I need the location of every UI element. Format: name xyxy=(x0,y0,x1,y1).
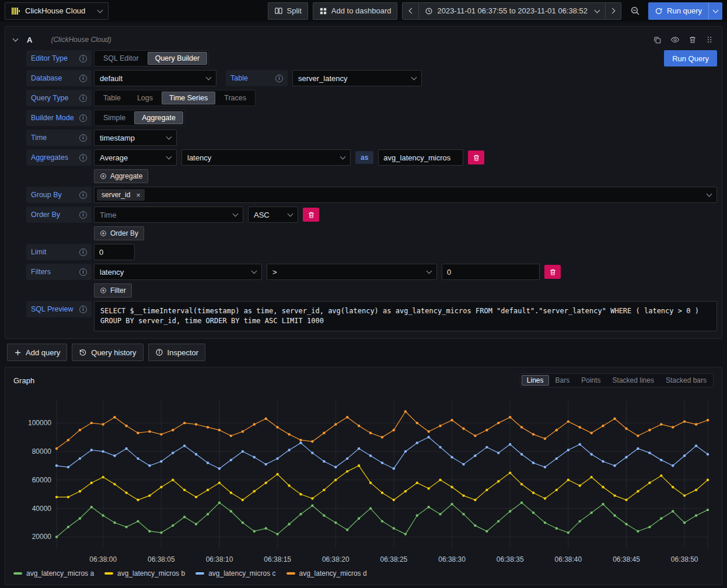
database-label: Database xyxy=(26,70,92,86)
query-history-button[interactable]: Query history xyxy=(72,344,143,361)
add-order-by-button[interactable]: Order By xyxy=(94,226,144,240)
limit-input[interactable] xyxy=(94,244,135,260)
option-table[interactable]: Table xyxy=(96,92,128,104)
row-filters: Filters latency > xyxy=(26,264,717,280)
chevron-down-icon xyxy=(288,211,293,217)
inspector-button[interactable]: Inspector xyxy=(148,344,205,361)
run-query-editor-button[interactable]: Run Query xyxy=(664,50,717,66)
filter-operator-select[interactable]: > xyxy=(267,264,437,280)
order-direction-value: ASC xyxy=(254,211,270,219)
order-by-column-select[interactable]: Time xyxy=(94,206,243,223)
info-icon[interactable] xyxy=(79,211,87,219)
drag-handle-icon[interactable] xyxy=(705,36,714,44)
group-by-multiselect[interactable]: server_id × xyxy=(94,187,717,203)
info-icon[interactable] xyxy=(79,154,87,162)
style-stacked-lines[interactable]: Stacked lines xyxy=(607,375,659,386)
chart-legend: avg_latency_micros aavg_latency_micros b… xyxy=(10,568,717,579)
duplicate-query-icon[interactable] xyxy=(653,36,662,44)
info-icon[interactable] xyxy=(79,191,87,199)
limit-label-text: Limit xyxy=(31,248,46,256)
aggregate-alias-input[interactable] xyxy=(378,149,463,166)
style-points[interactable]: Points xyxy=(576,375,606,386)
style-bars[interactable]: Bars xyxy=(550,375,575,386)
group-by-tag[interactable]: server_id × xyxy=(97,189,145,201)
legend-item[interactable]: avg_latency_micros a xyxy=(13,569,94,578)
info-icon[interactable] xyxy=(79,75,87,82)
explore-toolbar: ClickHouse Cloud Split Add to dashboard … xyxy=(0,0,727,22)
add-to-dashboard-button[interactable]: Add to dashboard xyxy=(313,2,398,20)
chevron-right-icon xyxy=(610,8,616,14)
legend-item[interactable]: avg_latency_micros b xyxy=(104,569,185,578)
sync-icon xyxy=(655,7,663,15)
add-aggregate-label: Aggregate xyxy=(110,172,142,180)
remove-order-by-button[interactable] xyxy=(303,208,319,222)
table-label: Table xyxy=(226,70,288,86)
style-lines[interactable]: Lines xyxy=(522,375,549,386)
add-aggregate-button[interactable]: Aggregate xyxy=(94,169,148,183)
style-stacked-bars[interactable]: Stacked bars xyxy=(660,375,712,386)
split-label: Split xyxy=(287,6,302,15)
database-value: default xyxy=(100,74,123,83)
trash-icon xyxy=(473,154,480,162)
option-sql-editor[interactable]: SQL Editor xyxy=(96,52,146,65)
split-button[interactable]: Split xyxy=(268,2,308,20)
query-type-radio-group: Table Logs Time Series Traces xyxy=(94,90,256,106)
run-query-caret-button[interactable] xyxy=(708,2,722,20)
aggregate-function-select[interactable]: Average xyxy=(94,149,177,166)
svg-text:06:38:00: 06:38:00 xyxy=(89,555,117,564)
info-icon[interactable] xyxy=(79,134,87,142)
legend-item[interactable]: avg_latency_micros c xyxy=(195,569,275,578)
remove-aggregate-button[interactable] xyxy=(468,150,484,164)
info-icon[interactable] xyxy=(79,306,87,313)
row-add-order-by: Order By xyxy=(94,226,717,240)
svg-text:06:38:30: 06:38:30 xyxy=(438,555,466,564)
row-group-by: Group By server_id × xyxy=(26,187,717,203)
time-label-text: Time xyxy=(31,134,47,142)
order-direction-select[interactable]: ASC xyxy=(248,206,298,223)
add-filter-button[interactable]: Filter xyxy=(94,284,132,298)
time-shift-back-button[interactable] xyxy=(402,2,418,20)
info-icon[interactable] xyxy=(275,75,283,82)
row-add-filter: Filter xyxy=(94,284,717,298)
editor-type-label-text: Editor Type xyxy=(31,54,68,62)
aggregates-label-text: Aggregates xyxy=(31,153,68,162)
zoom-out-button[interactable] xyxy=(626,2,644,20)
option-aggregate[interactable]: Aggregate xyxy=(134,111,183,124)
option-simple[interactable]: Simple xyxy=(96,111,133,124)
filter-column-select[interactable]: latency xyxy=(94,264,262,280)
legend-color-dash xyxy=(104,572,113,575)
table-select[interactable]: server_latency xyxy=(292,70,422,86)
datasource-picker[interactable]: ClickHouse Cloud xyxy=(5,2,109,20)
time-shift-forward-button[interactable] xyxy=(605,2,621,20)
database-select[interactable]: default xyxy=(94,70,216,86)
option-time-series[interactable]: Time Series xyxy=(162,92,215,104)
run-query-button[interactable]: Run query xyxy=(648,2,708,20)
info-icon[interactable] xyxy=(79,94,87,102)
remove-tag-icon[interactable]: × xyxy=(134,191,143,199)
remove-query-trash-icon[interactable] xyxy=(688,36,697,44)
filters-label-text: Filters xyxy=(31,268,51,276)
info-icon[interactable] xyxy=(79,249,87,256)
query-header: A (ClickHouse Cloud) xyxy=(10,32,717,48)
info-icon[interactable] xyxy=(79,268,87,276)
chevron-down-icon xyxy=(707,191,712,197)
option-logs[interactable]: Logs xyxy=(130,92,160,104)
filter-value-input[interactable] xyxy=(442,264,540,280)
svg-text:06:38:35: 06:38:35 xyxy=(497,555,524,564)
add-query-button[interactable]: Add query xyxy=(7,344,67,361)
remove-filter-button[interactable] xyxy=(544,265,561,279)
time-range-button[interactable]: 2023-11-01 06:37:55 to 2023-11-01 06:38:… xyxy=(418,2,605,20)
timeseries-chart[interactable]: 2000040000600008000010000006:38:0006:38:… xyxy=(10,392,717,567)
option-traces[interactable]: Traces xyxy=(216,92,254,104)
info-icon[interactable] xyxy=(79,55,87,62)
legend-item[interactable]: avg_latency_micros d xyxy=(286,569,367,578)
query-datasource-hint: (ClickHouse Cloud) xyxy=(51,36,111,44)
toggle-visibility-eye-icon[interactable] xyxy=(670,35,680,44)
aggregate-column-select[interactable]: latency xyxy=(181,149,351,166)
info-icon[interactable] xyxy=(79,114,87,122)
time-column-select[interactable]: timestamp xyxy=(94,130,177,146)
chevron-down-icon xyxy=(233,211,239,217)
editor-type-label: Editor Type xyxy=(26,50,92,66)
option-query-builder[interactable]: Query Builder xyxy=(148,52,207,65)
collapse-chevron-icon[interactable] xyxy=(13,36,19,42)
